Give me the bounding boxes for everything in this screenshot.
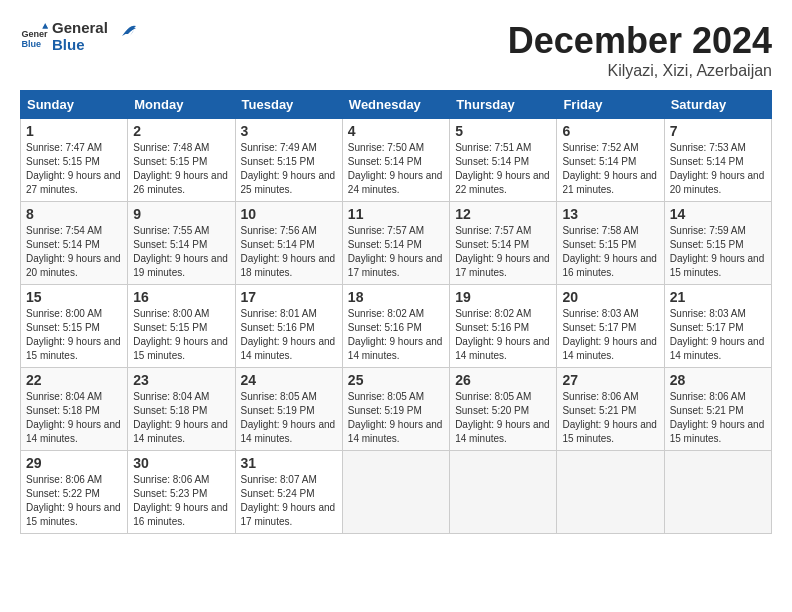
day-number: 30 <box>133 455 229 471</box>
day-info: Sunrise: 8:00 AM Sunset: 5:15 PM Dayligh… <box>133 307 229 363</box>
day-number: 7 <box>670 123 766 139</box>
day-number: 3 <box>241 123 337 139</box>
day-info: Sunrise: 7:51 AM Sunset: 5:14 PM Dayligh… <box>455 141 551 197</box>
calendar-day-cell: 12 Sunrise: 7:57 AM Sunset: 5:14 PM Dayl… <box>450 202 557 285</box>
day-number: 1 <box>26 123 122 139</box>
calendar-day-cell: 21 Sunrise: 8:03 AM Sunset: 5:17 PM Dayl… <box>664 285 771 368</box>
calendar-day-cell <box>342 451 449 534</box>
day-info: Sunrise: 7:49 AM Sunset: 5:15 PM Dayligh… <box>241 141 337 197</box>
day-number: 9 <box>133 206 229 222</box>
calendar-week-row: 15 Sunrise: 8:00 AM Sunset: 5:15 PM Dayl… <box>21 285 772 368</box>
calendar-table: Sunday Monday Tuesday Wednesday Thursday… <box>20 90 772 534</box>
day-info: Sunrise: 8:00 AM Sunset: 5:15 PM Dayligh… <box>26 307 122 363</box>
day-info: Sunrise: 7:52 AM Sunset: 5:14 PM Dayligh… <box>562 141 658 197</box>
svg-text:Blue: Blue <box>21 38 41 48</box>
day-info: Sunrise: 8:06 AM Sunset: 5:21 PM Dayligh… <box>562 390 658 446</box>
day-number: 16 <box>133 289 229 305</box>
calendar-header-row: Sunday Monday Tuesday Wednesday Thursday… <box>21 91 772 119</box>
calendar-day-cell: 22 Sunrise: 8:04 AM Sunset: 5:18 PM Dayl… <box>21 368 128 451</box>
day-info: Sunrise: 8:02 AM Sunset: 5:16 PM Dayligh… <box>348 307 444 363</box>
day-info: Sunrise: 8:01 AM Sunset: 5:16 PM Dayligh… <box>241 307 337 363</box>
calendar-day-cell: 28 Sunrise: 8:06 AM Sunset: 5:21 PM Dayl… <box>664 368 771 451</box>
calendar-day-cell: 18 Sunrise: 8:02 AM Sunset: 5:16 PM Dayl… <box>342 285 449 368</box>
day-info: Sunrise: 7:53 AM Sunset: 5:14 PM Dayligh… <box>670 141 766 197</box>
header-tuesday: Tuesday <box>235 91 342 119</box>
day-info: Sunrise: 7:55 AM Sunset: 5:14 PM Dayligh… <box>133 224 229 280</box>
day-number: 18 <box>348 289 444 305</box>
header-wednesday: Wednesday <box>342 91 449 119</box>
day-info: Sunrise: 7:59 AM Sunset: 5:15 PM Dayligh… <box>670 224 766 280</box>
day-number: 21 <box>670 289 766 305</box>
day-info: Sunrise: 7:57 AM Sunset: 5:14 PM Dayligh… <box>455 224 551 280</box>
day-number: 20 <box>562 289 658 305</box>
day-number: 11 <box>348 206 444 222</box>
day-number: 27 <box>562 372 658 388</box>
calendar-day-cell <box>664 451 771 534</box>
day-number: 5 <box>455 123 551 139</box>
calendar-day-cell: 8 Sunrise: 7:54 AM Sunset: 5:14 PM Dayli… <box>21 202 128 285</box>
calendar-day-cell: 23 Sunrise: 8:04 AM Sunset: 5:18 PM Dayl… <box>128 368 235 451</box>
header-saturday: Saturday <box>664 91 771 119</box>
day-number: 8 <box>26 206 122 222</box>
day-number: 19 <box>455 289 551 305</box>
calendar-day-cell: 2 Sunrise: 7:48 AM Sunset: 5:15 PM Dayli… <box>128 119 235 202</box>
calendar-week-row: 1 Sunrise: 7:47 AM Sunset: 5:15 PM Dayli… <box>21 119 772 202</box>
logo-bird-icon <box>114 22 136 44</box>
calendar-day-cell: 10 Sunrise: 7:56 AM Sunset: 5:14 PM Dayl… <box>235 202 342 285</box>
logo-blue-text: Blue <box>52 37 108 54</box>
day-number: 10 <box>241 206 337 222</box>
day-info: Sunrise: 8:06 AM Sunset: 5:22 PM Dayligh… <box>26 473 122 529</box>
svg-marker-3 <box>42 24 48 28</box>
calendar-day-cell: 15 Sunrise: 8:00 AM Sunset: 5:15 PM Dayl… <box>21 285 128 368</box>
calendar-week-row: 22 Sunrise: 8:04 AM Sunset: 5:18 PM Dayl… <box>21 368 772 451</box>
calendar-day-cell <box>557 451 664 534</box>
day-number: 22 <box>26 372 122 388</box>
day-info: Sunrise: 8:07 AM Sunset: 5:24 PM Dayligh… <box>241 473 337 529</box>
day-number: 13 <box>562 206 658 222</box>
calendar-day-cell: 27 Sunrise: 8:06 AM Sunset: 5:21 PM Dayl… <box>557 368 664 451</box>
day-info: Sunrise: 8:05 AM Sunset: 5:19 PM Dayligh… <box>348 390 444 446</box>
calendar-day-cell: 19 Sunrise: 8:02 AM Sunset: 5:16 PM Dayl… <box>450 285 557 368</box>
calendar-day-cell: 11 Sunrise: 7:57 AM Sunset: 5:14 PM Dayl… <box>342 202 449 285</box>
day-number: 31 <box>241 455 337 471</box>
calendar-day-cell: 17 Sunrise: 8:01 AM Sunset: 5:16 PM Dayl… <box>235 285 342 368</box>
day-number: 23 <box>133 372 229 388</box>
day-number: 28 <box>670 372 766 388</box>
day-number: 29 <box>26 455 122 471</box>
header-monday: Monday <box>128 91 235 119</box>
header-friday: Friday <box>557 91 664 119</box>
svg-text:General: General <box>21 29 48 39</box>
day-info: Sunrise: 8:04 AM Sunset: 5:18 PM Dayligh… <box>26 390 122 446</box>
month-title: December 2024 <box>508 20 772 62</box>
day-info: Sunrise: 8:04 AM Sunset: 5:18 PM Dayligh… <box>133 390 229 446</box>
header-thursday: Thursday <box>450 91 557 119</box>
calendar-day-cell: 29 Sunrise: 8:06 AM Sunset: 5:22 PM Dayl… <box>21 451 128 534</box>
calendar-day-cell: 26 Sunrise: 8:05 AM Sunset: 5:20 PM Dayl… <box>450 368 557 451</box>
day-info: Sunrise: 8:05 AM Sunset: 5:19 PM Dayligh… <box>241 390 337 446</box>
day-number: 17 <box>241 289 337 305</box>
day-info: Sunrise: 7:50 AM Sunset: 5:14 PM Dayligh… <box>348 141 444 197</box>
title-block: December 2024 Kilyazi, Xizi, Azerbaijan <box>508 20 772 80</box>
day-number: 15 <box>26 289 122 305</box>
day-info: Sunrise: 7:56 AM Sunset: 5:14 PM Dayligh… <box>241 224 337 280</box>
day-number: 25 <box>348 372 444 388</box>
day-info: Sunrise: 8:06 AM Sunset: 5:21 PM Dayligh… <box>670 390 766 446</box>
calendar-week-row: 8 Sunrise: 7:54 AM Sunset: 5:14 PM Dayli… <box>21 202 772 285</box>
day-number: 26 <box>455 372 551 388</box>
day-number: 12 <box>455 206 551 222</box>
calendar-day-cell: 25 Sunrise: 8:05 AM Sunset: 5:19 PM Dayl… <box>342 368 449 451</box>
day-number: 4 <box>348 123 444 139</box>
day-info: Sunrise: 7:48 AM Sunset: 5:15 PM Dayligh… <box>133 141 229 197</box>
calendar-day-cell: 13 Sunrise: 7:58 AM Sunset: 5:15 PM Dayl… <box>557 202 664 285</box>
day-info: Sunrise: 7:58 AM Sunset: 5:15 PM Dayligh… <box>562 224 658 280</box>
logo: General Blue General Blue <box>20 20 136 53</box>
calendar-day-cell: 16 Sunrise: 8:00 AM Sunset: 5:15 PM Dayl… <box>128 285 235 368</box>
page-header: General Blue General Blue December 2024 … <box>20 20 772 80</box>
calendar-day-cell: 9 Sunrise: 7:55 AM Sunset: 5:14 PM Dayli… <box>128 202 235 285</box>
calendar-day-cell: 30 Sunrise: 8:06 AM Sunset: 5:23 PM Dayl… <box>128 451 235 534</box>
calendar-day-cell: 7 Sunrise: 7:53 AM Sunset: 5:14 PM Dayli… <box>664 119 771 202</box>
calendar-day-cell <box>450 451 557 534</box>
day-info: Sunrise: 7:54 AM Sunset: 5:14 PM Dayligh… <box>26 224 122 280</box>
logo-general-text: General <box>52 20 108 37</box>
calendar-day-cell: 1 Sunrise: 7:47 AM Sunset: 5:15 PM Dayli… <box>21 119 128 202</box>
